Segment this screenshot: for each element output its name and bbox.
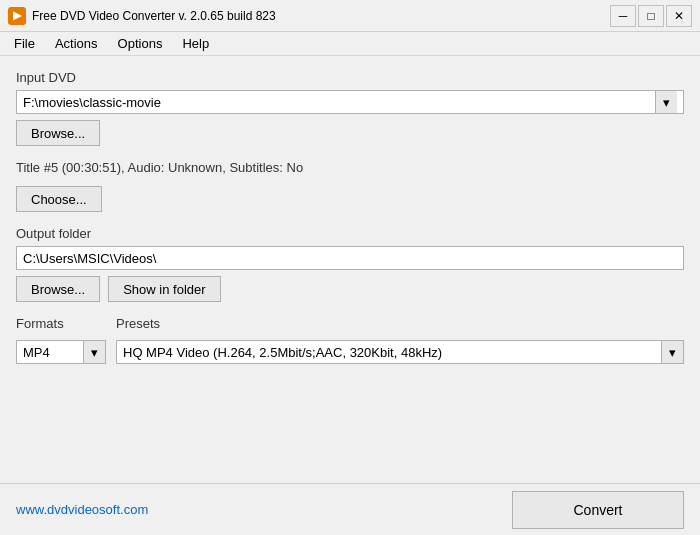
- output-folder-buttons: Browse... Show in folder: [16, 276, 684, 302]
- title-bar-text: Free DVD Video Converter v. 2.0.65 build…: [32, 9, 610, 23]
- menu-options[interactable]: Options: [108, 34, 173, 53]
- output-folder-section: Output folder Browse... Show in folder: [16, 226, 684, 302]
- menu-bar: File Actions Options Help: [0, 32, 700, 56]
- formats-presets-row: Formats MP4 ▾ Presets HQ MP4 Video (H.26…: [16, 316, 684, 364]
- app-icon: ▶: [8, 7, 26, 25]
- close-button[interactable]: ✕: [666, 5, 692, 27]
- formats-select[interactable]: MP4 ▾: [16, 340, 106, 364]
- menu-actions[interactable]: Actions: [45, 34, 108, 53]
- main-content: Input DVD F:\movies\classic-movie ▾ Brow…: [0, 56, 700, 378]
- output-folder-label: Output folder: [16, 226, 684, 241]
- title-info-text: Title #5 (00:30:51), Audio: Unknown, Sub…: [16, 160, 684, 175]
- browse-input-button[interactable]: Browse...: [16, 120, 100, 146]
- input-dvd-combobox[interactable]: F:\movies\classic-movie ▾: [16, 90, 684, 114]
- formats-group: Formats MP4 ▾: [16, 316, 106, 364]
- presets-label: Presets: [116, 316, 684, 331]
- input-dvd-buttons: Browse...: [16, 120, 684, 146]
- browse-output-button[interactable]: Browse...: [16, 276, 100, 302]
- presets-value: HQ MP4 Video (H.264, 2.5Mbit/s;AAC, 320K…: [117, 345, 661, 360]
- website-link[interactable]: www.dvdvideosoft.com: [16, 502, 148, 517]
- maximize-button[interactable]: □: [638, 5, 664, 27]
- minimize-button[interactable]: ─: [610, 5, 636, 27]
- bottom-bar: www.dvdvideosoft.com Convert: [0, 483, 700, 535]
- title-buttons: Choose...: [16, 186, 684, 212]
- output-folder-input[interactable]: [16, 246, 684, 270]
- presets-select[interactable]: HQ MP4 Video (H.264, 2.5Mbit/s;AAC, 320K…: [116, 340, 684, 364]
- formats-dropdown-arrow[interactable]: ▾: [83, 341, 105, 363]
- menu-file[interactable]: File: [4, 34, 45, 53]
- presets-dropdown-arrow[interactable]: ▾: [661, 341, 683, 363]
- input-dvd-dropdown-arrow[interactable]: ▾: [655, 91, 677, 113]
- show-in-folder-button[interactable]: Show in folder: [108, 276, 220, 302]
- choose-button[interactable]: Choose...: [16, 186, 102, 212]
- menu-help[interactable]: Help: [172, 34, 219, 53]
- window-controls: ─ □ ✕: [610, 5, 692, 27]
- presets-group: Presets HQ MP4 Video (H.264, 2.5Mbit/s;A…: [116, 316, 684, 364]
- convert-button[interactable]: Convert: [512, 491, 684, 529]
- formats-value: MP4: [17, 345, 83, 360]
- input-dvd-section: Input DVD F:\movies\classic-movie ▾ Brow…: [16, 70, 684, 146]
- title-info-section: Title #5 (00:30:51), Audio: Unknown, Sub…: [16, 160, 684, 212]
- formats-label: Formats: [16, 316, 106, 331]
- input-dvd-label: Input DVD: [16, 70, 684, 85]
- title-bar: ▶ Free DVD Video Converter v. 2.0.65 bui…: [0, 0, 700, 32]
- input-dvd-value: F:\movies\classic-movie: [23, 95, 655, 110]
